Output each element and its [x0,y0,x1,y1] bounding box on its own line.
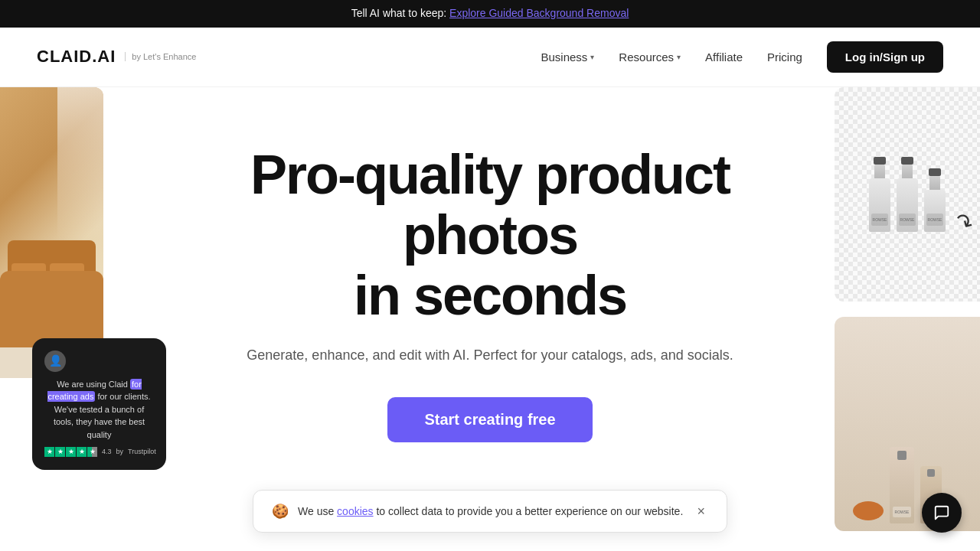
hero-image-right: ROWSE ROWSE ROWSE ↷ [827,87,980,531]
cta-button[interactable]: Start creating free [387,397,592,442]
chat-icon [933,504,950,521]
bottle-body: ROWSE [924,190,946,232]
trustpilot-logo: Trustpilot [128,447,156,458]
bottle-cap [901,157,913,165]
top-banner: Tell AI what to keep: Explore Guided Bac… [0,0,980,28]
banner-prefix: Tell AI what to keep: [351,7,447,19]
bottle-cap [929,168,941,176]
star-4: ★ [77,447,87,457]
bottle-neck [902,165,913,178]
bottle-3: ROWSE [924,168,946,232]
hero-subtitle: Generate, enhance, and edit with AI. Per… [191,344,789,367]
nav-item-business[interactable]: Business ▾ [541,51,594,64]
cookie-link[interactable]: cookies [337,505,373,517]
chat-button[interactable] [922,493,962,531]
star-2: ★ [55,447,65,457]
trustpilot-row: ★ ★ ★ ★ ★ 4.3 by Trustpilot [44,447,154,458]
banner-link[interactable]: Explore Guided Background Removal [449,7,629,19]
stone-prop [853,501,884,520]
bottle-neck [929,176,940,190]
tall-bottle: ROWSE [890,447,914,523]
nav-links: Business ▾ Resources ▾ Affiliate Pricing… [541,41,943,73]
bottle-2: ROWSE [897,157,918,232]
bottle-1: ROWSE [869,157,890,232]
cookie-icon: 🍪 [272,503,289,520]
cookie-close-button[interactable]: × [694,504,708,520]
rating-by: by [116,447,124,458]
star-half: ★ [87,447,97,457]
cookie-text: We use cookies to collect data to provid… [298,505,684,517]
logo-subtitle: by Let's Enhance [125,52,196,61]
chevron-down-icon: ▾ [677,53,681,61]
cookie-banner: 🍪 We use cookies to collect data to prov… [253,490,727,531]
testimonial-text: We are using Claid for creating ads for … [44,378,154,442]
bottle-body: ROWSE [897,178,918,232]
hero-content: Pro-quality product photos in seconds Ge… [191,145,789,442]
bottle-neck [874,165,885,178]
product-image-top: ROWSE ROWSE ROWSE ↷ [835,87,980,302]
star-3: ★ [66,447,76,457]
rating-value: 4.3 [102,447,112,458]
nav-item-pricing[interactable]: Pricing [767,51,802,64]
stars: ★ ★ ★ ★ ★ [44,447,97,457]
avatar: 👤 [44,350,66,372]
bottles-group: ROWSE ROWSE ROWSE [869,157,946,232]
login-button[interactable]: Log in/Sign up [827,41,943,73]
product-image-bottom: ROWSE ROWSE [835,317,980,531]
chevron-down-icon: ▾ [590,53,594,61]
testimonial-card: 👤 We are using Claid for creating ads fo… [32,338,166,470]
nav-item-resources[interactable]: Resources ▾ [619,51,681,64]
hero-title: Pro-quality product photos in seconds [191,145,789,327]
window-light [57,87,103,240]
hero-section: 👤 We are using Claid for creating ads fo… [0,87,980,531]
hero-image-left [0,87,103,378]
bottle-body: ROWSE [869,178,890,232]
logo[interactable]: CLAID.AI [37,47,116,67]
bottle-cap [874,157,886,165]
navbar: CLAID.AI by Let's Enhance Business ▾ Res… [0,28,980,87]
star-1: ★ [44,447,54,457]
logo-area: CLAID.AI by Let's Enhance [37,47,196,67]
nav-item-affiliate[interactable]: Affiliate [705,51,743,64]
